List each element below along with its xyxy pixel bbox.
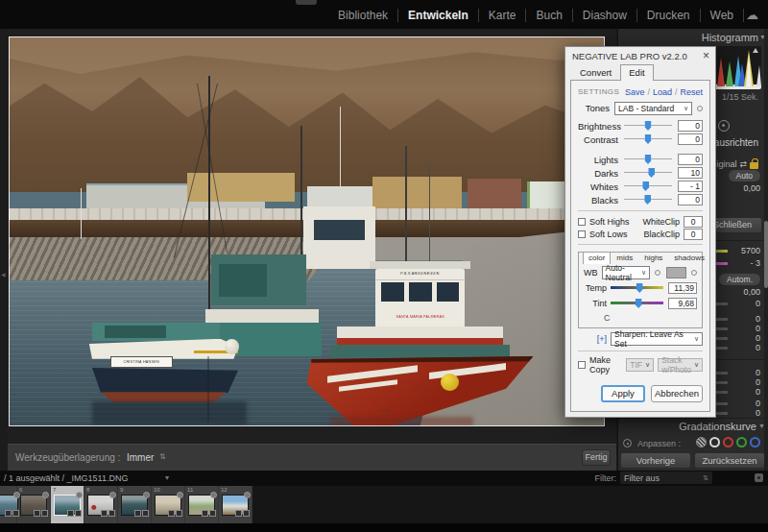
make-copy-checkbox[interactable] (578, 361, 586, 369)
slider-track[interactable] (624, 167, 672, 179)
thumbnail-circle-badge-icon[interactable] (42, 492, 49, 498)
slider-value[interactable]: 5700 (741, 246, 760, 255)
module-tab[interactable]: Drucken (637, 9, 701, 22)
clip-value-box[interactable]: 0 (684, 229, 703, 240)
slider-thumb[interactable] (642, 181, 649, 191)
tool-strip-icon[interactable] (718, 120, 730, 132)
filmstrip-cell[interactable]: 12 (219, 486, 252, 523)
slider-value-box[interactable]: 0 (678, 133, 703, 145)
slider-value[interactable]: 0 (756, 333, 760, 343)
filmstrip-filter-lock-icon[interactable] (755, 473, 763, 482)
thumbnail-circle-badge-icon[interactable] (76, 492, 83, 498)
slider-track[interactable] (624, 194, 672, 206)
slider-value[interactable]: 0 (756, 399, 760, 408)
color-tab[interactable]: shadows (668, 252, 710, 264)
sharpen-plus-link[interactable]: [+] (597, 334, 607, 344)
slider-thumb[interactable] (645, 155, 652, 164)
copy-format-dropdown[interactable]: TIF ∨ (626, 358, 654, 372)
copy-stack-dropdown[interactable]: Stack w/Photo ∨ (658, 358, 703, 372)
filmstrip-cell[interactable]: 6 (17, 486, 51, 523)
develop-badge-icon[interactable] (108, 510, 115, 517)
crop-badge-icon[interactable] (168, 510, 175, 517)
scrollbar-thumb[interactable] (764, 221, 768, 288)
thumbnail-circle-badge-icon[interactable] (244, 492, 251, 498)
channel-circle-icon[interactable] (736, 437, 747, 447)
slider-value[interactable]: - 3 (750, 258, 760, 268)
temp-slider-track[interactable] (611, 282, 663, 294)
settings-link[interactable]: / (647, 87, 650, 97)
slider-track[interactable] (624, 120, 672, 132)
develop-badge-icon[interactable] (75, 510, 82, 517)
crop-badge-icon[interactable] (34, 510, 40, 517)
slider-thumb[interactable] (648, 168, 655, 178)
crop-badge-icon[interactable] (67, 510, 74, 517)
thumbnail-circle-badge-icon[interactable] (143, 492, 150, 498)
filter-dropdown[interactable]: Filter aus ⇅ (620, 472, 712, 484)
slider-value[interactable]: 0 (756, 343, 760, 352)
slider-value[interactable]: 0 (756, 314, 760, 324)
module-tab[interactable]: Karte (479, 9, 527, 22)
develop-badge-icon[interactable] (41, 510, 48, 517)
develop-badge-icon[interactable] (209, 510, 216, 517)
targeted-adjustment-icon[interactable] (623, 439, 632, 447)
slider-value[interactable]: 0 (756, 377, 760, 387)
slider-thumb[interactable] (645, 134, 652, 144)
reset-circle-icon[interactable] (691, 270, 697, 276)
wb-color-swatch[interactable] (666, 267, 686, 278)
dialog-tab[interactable]: Edit (620, 64, 653, 81)
slider-thumb[interactable] (636, 283, 643, 293)
develop-badge-icon[interactable] (142, 510, 149, 517)
filmstrip-cell[interactable]: 10 (152, 486, 185, 523)
reset-circle-icon[interactable] (697, 106, 703, 111)
crop-badge-icon[interactable] (134, 510, 141, 517)
settings-link[interactable]: / (675, 87, 678, 97)
temp-value-box[interactable]: 11,39 (668, 282, 697, 294)
tint-value-box[interactable]: 9,68 (668, 298, 697, 309)
photo-canvas[interactable]: P.B.S ARGUINEGUIN SANTA MARIA PALMERAS 3… (9, 36, 605, 426)
checkbox[interactable] (578, 218, 586, 226)
develop-badge-icon[interactable] (243, 510, 250, 517)
slider-thumb[interactable] (636, 299, 642, 308)
left-panel-reveal-icon[interactable]: ◀ (1, 271, 6, 278)
thumbnail-circle-badge-icon[interactable] (109, 492, 116, 498)
sync-cloud-icon[interactable]: ☁ (744, 8, 766, 22)
reset-circle-icon[interactable] (655, 270, 660, 276)
panel-scrollbar[interactable] (764, 29, 768, 471)
checkbox[interactable] (578, 230, 586, 238)
tint-slider-track[interactable] (611, 298, 663, 309)
sharpen-dropdown[interactable]: Sharpen: Leave As Set ∨ (611, 332, 703, 346)
color-tab[interactable]: highs (638, 252, 668, 264)
filmstrip-source-info[interactable]: / 1 ausgewählt / _IMG1511.DNG (4, 473, 128, 483)
slider-value-box[interactable]: 0 (678, 154, 703, 165)
apply-button[interactable]: Apply (601, 385, 645, 402)
crop-auto-button[interactable]: Auto (729, 170, 761, 181)
done-button[interactable]: Fertig (582, 449, 611, 466)
module-tab[interactable]: Diashow (573, 9, 637, 22)
channel-circle-icon[interactable] (709, 437, 720, 447)
crop-badge-icon[interactable] (235, 510, 242, 517)
module-tab[interactable]: Entwickeln (398, 9, 479, 22)
aspect-label-fragment[interactable]: iginal (716, 159, 736, 169)
module-tab[interactable]: Buch (526, 9, 572, 22)
develop-badge-icon[interactable] (176, 510, 182, 517)
histogram-panel-header[interactable]: Histogramm (702, 32, 758, 43)
aspect-lock-icon[interactable] (750, 162, 758, 169)
slider-value-box[interactable]: - 1 (678, 181, 703, 192)
reset-button[interactable]: Zurücksetzen (694, 452, 765, 469)
slider-value[interactable]: 0 (756, 368, 760, 377)
aspect-swap-icon[interactable]: ⇄ (739, 159, 747, 169)
crop-badge-icon[interactable] (202, 510, 208, 517)
clipping-indicator-icon[interactable] (753, 48, 758, 53)
settings-link[interactable]: Reset (680, 87, 703, 97)
crop-angle-value[interactable]: 0,00 (743, 183, 760, 193)
slider-track[interactable] (624, 154, 672, 165)
dialog-titlebar[interactable]: NEGATIVE LAB PRO v2.2.0 × (565, 47, 715, 64)
module-tab[interactable]: Web (701, 9, 744, 22)
filmstrip-cell[interactable]: 7 (51, 486, 84, 523)
filmstrip-source-caret-icon[interactable]: ▾ (165, 473, 169, 482)
wb-dropdown[interactable]: Auto-Neutral ∨ (602, 266, 651, 279)
tool-overlay-value[interactable]: Immer (127, 452, 154, 463)
tool-overlay-caret-icon[interactable]: ⇅ (159, 452, 166, 461)
filmstrip-cell[interactable]: 11 (185, 486, 219, 523)
tones-dropdown[interactable]: LAB - Standard ∨ (614, 102, 692, 115)
